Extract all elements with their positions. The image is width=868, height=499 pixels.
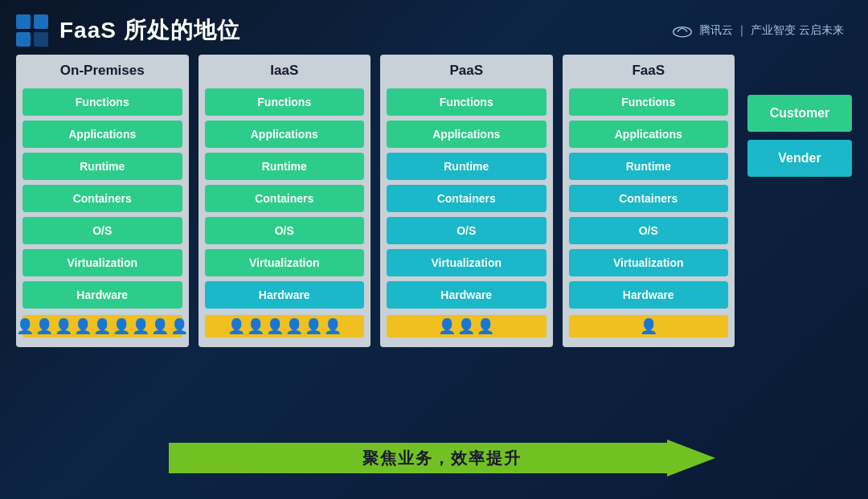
people-row-iaas: 👤👤👤👤👤👤 xyxy=(205,315,365,337)
people-row-paas: 👤👤👤 xyxy=(387,315,547,337)
logo-title: FaaS 所处的地位 xyxy=(16,14,240,47)
layer-containers-paas: Containers xyxy=(387,185,547,212)
layer-virtualization-paas: Virtualization xyxy=(387,249,547,276)
column-paas: PaaSFunctionsApplicationsRuntimeContaine… xyxy=(380,55,553,347)
layer-runtime-iaas: Runtime xyxy=(205,153,365,180)
person-icon: 👤 xyxy=(74,319,92,333)
column-title-iaas: IaaS xyxy=(205,63,365,84)
layer-functions-faas: Functions xyxy=(569,88,729,116)
person-icon: 👤 xyxy=(55,319,72,333)
person-icon: 👤 xyxy=(324,319,342,333)
column-on-premises: On-PremisesFunctionsApplicationsRuntimeC… xyxy=(16,55,189,347)
faas-logo-icon xyxy=(16,14,48,47)
column-title-paas: PaaS xyxy=(387,63,547,84)
layer-hardware-faas: Hardware xyxy=(569,281,729,309)
layer-virtualization-iaas: Virtualization xyxy=(205,249,365,276)
svg-rect-2 xyxy=(16,32,31,47)
layer-o-s-on-premises: O/S xyxy=(23,217,182,244)
person-icon: 👤 xyxy=(247,319,264,333)
svg-rect-3 xyxy=(34,32,48,47)
layer-containers-iaas: Containers xyxy=(205,185,365,212)
layer-o-s-iaas: O/S xyxy=(205,217,365,244)
customer-legend: Customer xyxy=(747,95,852,132)
layer-applications-faas: Applications xyxy=(569,121,729,148)
column-iaas: IaaSFunctionsApplicationsRuntimeContaine… xyxy=(199,55,371,347)
arrow-text: 聚焦业务，效率提升 xyxy=(362,448,522,469)
columns-area: On-PremisesFunctionsApplicationsRuntimeC… xyxy=(16,55,735,347)
arrow-area: 聚焦业务，效率提升 xyxy=(80,440,804,477)
person-icon: 👤 xyxy=(35,319,53,333)
layer-applications-on-premises: Applications xyxy=(23,121,182,148)
layer-o-s-paas: O/S xyxy=(387,217,547,244)
person-icon: 👤 xyxy=(438,319,456,333)
tencent-cloud-icon xyxy=(672,23,693,38)
brand-area: 腾讯云 ｜ 产业智变 云启未来 xyxy=(672,23,844,38)
layer-functions-paas: Functions xyxy=(387,88,547,116)
layer-virtualization-faas: Virtualization xyxy=(569,249,729,276)
person-icon: 👤 xyxy=(113,319,130,333)
person-icon: 👤 xyxy=(266,319,284,333)
layer-hardware-on-premises: Hardware xyxy=(23,281,182,309)
layer-applications-paas: Applications xyxy=(387,121,547,148)
arrow-container: 聚焦业务，效率提升 xyxy=(169,440,715,477)
person-icon: 👤 xyxy=(132,319,149,333)
person-icon: 👤 xyxy=(170,319,188,333)
layer-functions-on-premises: Functions xyxy=(23,88,182,116)
layer-functions-iaas: Functions xyxy=(205,88,365,116)
layer-applications-iaas: Applications xyxy=(205,121,365,148)
column-title-on-premises: On-Premises xyxy=(23,63,182,84)
svg-rect-1 xyxy=(34,14,48,29)
page-title: FaaS 所处的地位 xyxy=(59,15,240,46)
header: FaaS 所处的地位 腾讯云 ｜ 产业智变 云启未来 xyxy=(0,0,868,55)
column-faas: FaaSFunctionsApplicationsRuntimeContaine… xyxy=(563,55,735,347)
svg-rect-0 xyxy=(16,14,31,29)
people-row-faas: 👤 xyxy=(569,315,729,337)
vender-legend: Vender xyxy=(747,140,852,177)
layer-o-s-faas: O/S xyxy=(569,217,729,244)
layer-containers-faas: Containers xyxy=(569,185,729,212)
person-icon: 👤 xyxy=(16,319,34,333)
person-icon: 👤 xyxy=(93,319,111,333)
person-icon: 👤 xyxy=(477,319,494,333)
layer-runtime-on-premises: Runtime xyxy=(23,153,182,180)
brand-text: 腾讯云 ｜ 产业智变 云启未来 xyxy=(699,23,844,38)
person-icon: 👤 xyxy=(227,319,245,333)
person-icon: 👤 xyxy=(305,319,322,333)
layer-virtualization-on-premises: Virtualization xyxy=(23,249,182,276)
layer-hardware-paas: Hardware xyxy=(387,281,547,309)
person-icon: 👤 xyxy=(285,319,303,333)
people-row-on-premises: 👤👤👤👤👤👤👤👤👤 xyxy=(23,315,182,337)
main-content: On-PremisesFunctionsApplicationsRuntimeC… xyxy=(16,55,852,347)
layer-runtime-faas: Runtime xyxy=(569,153,729,180)
person-icon: 👤 xyxy=(457,319,475,333)
layer-hardware-iaas: Hardware xyxy=(205,281,365,309)
layer-runtime-paas: Runtime xyxy=(387,153,547,180)
person-icon: 👤 xyxy=(640,319,657,333)
column-title-faas: FaaS xyxy=(569,63,729,84)
person-icon: 👤 xyxy=(151,319,169,333)
layer-containers-on-premises: Containers xyxy=(23,185,182,212)
legend-area: Customer Vender xyxy=(747,55,852,177)
